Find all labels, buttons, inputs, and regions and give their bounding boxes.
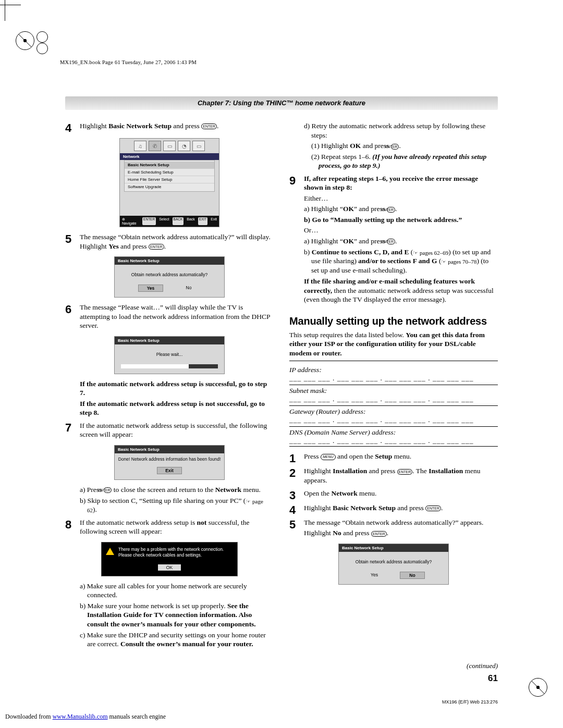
osd-dialog-msg: Done! Network address information has be… [115,453,224,465]
book-header-line: MX196_EN.book Page 61 Tuesday, June 27, … [60,59,527,65]
text: and open the [336,452,375,460]
enter-icon: ENTER [387,239,395,244]
text: Or… [304,226,498,235]
osd-tab-icon: ◔ [178,141,190,151]
field-dns: DNS (Domain Name Server) address: [289,426,498,437]
osd-dialog-header: Basic Network Setup [339,544,448,552]
step-8-sub: a) Make sure all cables for your home ne… [65,582,274,650]
pointer-ref: ☞ pages 62–69 [413,249,448,255]
osd-no-button: No [177,285,201,292]
text: b) Make sure your home network is set up… [80,602,227,610]
osd-ok-button: OK [158,564,181,571]
step-number: 8 [65,519,80,538]
enter-icon: ENTER [397,469,413,475]
text: Highlight [80,122,108,130]
enter-icon: ENTER [387,207,395,213]
progress-bar [121,364,218,368]
osd-hint: Select [159,217,169,225]
bold-text: Installation [333,467,367,475]
text: menu. [241,486,261,493]
text: then the automatic network address setup… [304,287,494,304]
osd-key-icon: EXIT [198,217,207,225]
step-number: 4 [289,504,304,516]
bold-text: Network [331,489,357,497]
menu-icon: MENU [321,454,336,460]
step-number: 2 [289,467,304,486]
bold-text: OK [343,237,354,245]
step-8d: d) Retry the automatic network address s… [289,121,498,172]
bold-text: OK [343,205,354,213]
text: a) Highlight “ [304,205,343,213]
text: ). [93,505,97,513]
bold-text: Network [215,486,241,493]
osd-done-dialog: Basic Network Setup Done! Network addres… [114,445,225,480]
step-5: 5 The message “Obtain network address au… [65,232,274,252]
bold-text: not [197,519,207,526]
step-7: 7 If the automatic network address setup… [65,421,274,441]
bold-text: Setup [375,452,392,460]
text: and press [396,504,425,512]
field-gateway: Gateway (Router) address: [289,405,498,416]
osd-menu-item: Basic Network Setup [125,162,214,169]
text: menu. [392,452,411,460]
spacer [65,380,80,419]
text: b) [304,248,312,256]
osd-error-dialog: There may be a problem with the network … [101,542,238,576]
osd-obtain-no-dialog: Basic Network Setup Obtain network addre… [338,544,449,585]
bold-text: Consult the owner’s manual for your rout… [120,640,253,648]
osd-tab-icon: ✆ [149,141,161,151]
osd-please-wait: Basic Network Setup Please wait... [114,336,225,374]
text: . The [412,467,429,475]
manual-step-4: 4 Highlight Basic Network Setup and pres… [289,503,498,516]
osd-tab-icon: ▭ [163,141,176,151]
bold-text: Yes [108,242,119,250]
spacer [65,583,80,650]
blank-line: ___ ___ ___ . ___ ___ ___ . ___ ___ ___ … [289,395,498,403]
blank-line: ___ ___ ___ . ___ ___ ___ . ___ ___ ___ … [289,437,498,445]
field-ip: IP address: [289,364,498,374]
step-7-sub: a) Press ENTER to close the screen and r… [65,485,274,516]
osd-menu-item: Home File Server Setup [125,176,214,183]
manual-step-2: 2 Highlight Installation and press ENTER… [289,466,498,486]
text: Either… [304,194,498,203]
bold-text: Installation [429,467,463,475]
text: Highlight [304,504,333,512]
text: Downloaded from [5,713,53,720]
pointer-ref: ☞ pages 70–78 [441,258,476,265]
osd-yes-button: Yes [362,572,386,579]
enter-icon: ENTER [371,531,387,537]
bold-text: Basic Network Setup [333,504,396,512]
osd-exit-button: Exit [157,467,182,474]
enter-icon: ENTER [391,144,399,150]
osd-no-button: No [400,572,425,579]
step-9: 9 If, after repeating steps 1–6, you rec… [289,174,498,306]
manual-step-3: 3 Open the Network menu. [289,489,498,501]
footer-code: MX196 (E/F) Web 213:276 [65,699,498,705]
text: (2) Repeat steps 1–6. [311,153,372,161]
spacer [65,486,80,516]
osd-dialog-header: Basic Network Setup [115,337,224,344]
crop-mark-icon [529,678,547,697]
osd-menu-item: E-mail Scheduling Setup [125,169,214,176]
enter-icon: ENTER [425,505,441,511]
osd-key-icon: BACK [173,217,184,225]
text: b) Skip to section C, “Setting up file s… [80,497,246,504]
osd-dialog-msg: Obtain network address automatically? [339,552,448,570]
left-column: 4 Highlight Basic Network Setup and pres… [65,121,274,652]
text: The message “Please wait…” will display … [80,303,274,330]
bold-text: If the automatic network address setup i… [80,400,265,417]
blank-line: ___ ___ ___ . ___ ___ ___ . ___ ___ ___ … [289,416,498,424]
osd-hint: Back [187,217,195,225]
manualslib-link[interactable]: www.Manualslib.com [53,713,108,720]
text: d) Retry the automatic network address s… [304,121,498,140]
step-number: 4 [65,122,80,134]
osd-hint: ⊕ Navigate [122,217,139,225]
crop-mark-icon [16,31,34,50]
text: Open the [304,489,331,497]
after-step-6: If the automatic network address setup i… [65,379,274,419]
bold-text: Basic Network Setup [108,122,172,130]
osd-dialog-header: Basic Network Setup [115,257,224,265]
text: a) Make sure all cables for your home ne… [80,582,274,600]
text: and press [341,529,371,537]
manual-step-5: 5 The message “Obtain network address au… [289,518,498,539]
